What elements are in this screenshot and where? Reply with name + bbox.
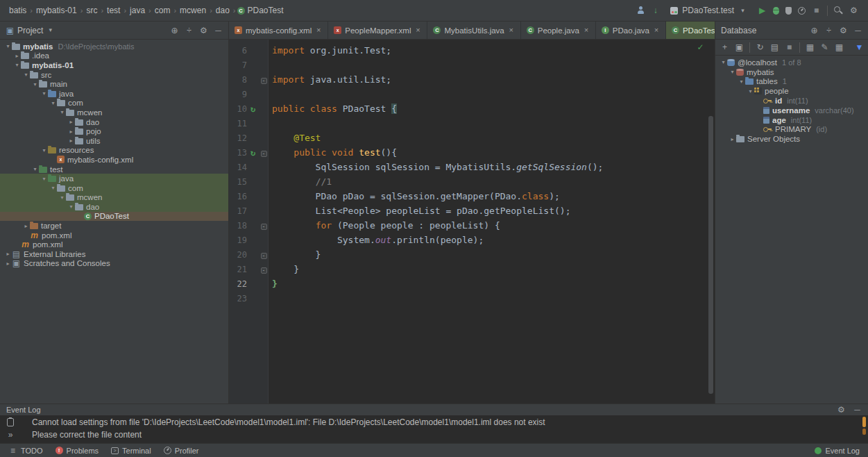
database-tree-item-people[interactable]: ▾people — [715, 86, 868, 96]
tab-mybatisutils.java[interactable]: CMybatisUtils.java× — [427, 22, 520, 39]
project-tree-item-com[interactable]: ▾com — [0, 99, 228, 108]
close-icon[interactable]: × — [583, 26, 590, 34]
code-line-23[interactable]: 23 — [229, 291, 715, 306]
project-tree-item-external-libraries[interactable]: ▸▤External Libraries — [0, 249, 228, 259]
breadcrumb-item-pdaotest[interactable]: PDaoTest — [246, 5, 286, 16]
expanded-arrow-icon[interactable]: ▾ — [49, 100, 57, 106]
error-stripe-marker[interactable] — [862, 417, 866, 427]
run-config-combo[interactable]: PDaoTest.test▾ — [666, 4, 751, 17]
run-test-icon[interactable]: ↻ — [248, 149, 257, 157]
project-tree-item-test[interactable]: ▾test — [0, 165, 228, 174]
expanded-arrow-icon[interactable]: ▾ — [40, 90, 48, 97]
tab-peoplemapper.xml[interactable]: xPeopleMapper.xml× — [328, 22, 427, 39]
collapsed-arrow-icon[interactable]: ▸ — [4, 251, 12, 257]
code-line-6[interactable]: 6import org.junit.Test; — [229, 43, 715, 58]
settings-icon[interactable]: ⚙ — [837, 406, 846, 414]
chevron-down-icon[interactable]: ▾ — [738, 8, 747, 14]
table-icon[interactable]: ▦ — [806, 43, 815, 51]
breadcrumb-item-java[interactable]: java — [128, 5, 147, 16]
stop-icon[interactable]: ■ — [785, 43, 794, 51]
vcs-user-icon[interactable] — [636, 6, 645, 15]
database-tree-item-@localhost[interactable]: ▾@localhost1 of 8 — [715, 58, 868, 67]
code-line-14[interactable]: 14 SqlSession sqlSession = MybatisUtils.… — [229, 160, 715, 174]
collapsed-arrow-icon[interactable]: ▸ — [22, 223, 30, 229]
breadcrumb-item-test[interactable]: test — [105, 5, 122, 16]
expanded-arrow-icon[interactable]: ▾ — [67, 203, 75, 210]
database-tree-item-server-objects[interactable]: ▸Server Objects — [715, 134, 868, 144]
statusbar-problems[interactable]: !Problems — [56, 447, 99, 455]
breadcrumb-item-src[interactable]: src — [84, 5, 99, 16]
tab-people.java[interactable]: CPeople.java× — [521, 22, 596, 39]
fold-icon[interactable]: - — [261, 78, 267, 84]
expanded-arrow-icon[interactable]: ▾ — [747, 88, 754, 94]
code-line-21[interactable]: 21- } — [229, 262, 715, 276]
fold-icon[interactable]: - — [261, 224, 267, 230]
code-line-17[interactable]: 17 List<People> peopleList = pDao.getPeo… — [229, 203, 715, 218]
settings-icon[interactable]: ⚙ — [199, 26, 208, 35]
collapsed-arrow-icon[interactable]: ▸ — [67, 138, 75, 144]
expanded-arrow-icon[interactable]: ▾ — [4, 43, 12, 49]
code-line-7[interactable]: 7 — [229, 58, 715, 72]
expanded-arrow-icon[interactable]: ▾ — [720, 59, 727, 65]
project-tree-item-com[interactable]: ▾com — [0, 183, 228, 193]
event-log-header[interactable]: Event Log ⚙─ — [0, 404, 868, 415]
collapsed-arrow-icon[interactable]: ▸ — [67, 119, 75, 125]
project-tree-item-mcwen[interactable]: ▾mcwen — [0, 108, 228, 117]
breadcrumb-item-mybatis-01[interactable]: mybatis-01 — [34, 5, 79, 16]
expanded-arrow-icon[interactable]: ▾ — [729, 69, 736, 75]
breadcrumb-item-mcwen[interactable]: mcwen — [178, 5, 208, 16]
code-line-9[interactable]: 9 — [229, 87, 715, 101]
code-line-10[interactable]: 10↻public class PDaoTest { — [229, 101, 715, 116]
project-tree-item-utils[interactable]: ▸utils — [0, 136, 228, 146]
expanded-arrow-icon[interactable]: ▾ — [40, 147, 48, 153]
settings-icon[interactable]: ⚙ — [849, 6, 858, 15]
filter-icon[interactable]: ▼ — [855, 43, 864, 51]
project-tree-item-src[interactable]: ▾src — [0, 70, 228, 80]
project-tree-item-mybatis[interactable]: ▾mybatisD:\IdeProjects\mybatis — [0, 42, 228, 51]
fold-icon[interactable]: - — [261, 253, 267, 259]
code-line-11[interactable]: 11 — [229, 116, 715, 131]
settings-icon[interactable]: ⚙ — [839, 26, 848, 35]
statusbar-todo[interactable]: ≡TODO — [8, 447, 43, 455]
expanded-arrow-icon[interactable]: ▾ — [738, 78, 745, 85]
project-tree-item-pom.xml[interactable]: mpom.xml — [0, 231, 228, 240]
collapsed-arrow-icon[interactable]: ▸ — [13, 53, 21, 59]
project-tree-item-mybatis-config.xml[interactable]: xmybatis-config.xml — [0, 155, 228, 165]
project-tree-item-.idea[interactable]: ▸.idea — [0, 51, 228, 61]
close-icon[interactable]: × — [414, 26, 421, 34]
expanded-arrow-icon[interactable]: ▾ — [31, 166, 39, 172]
project-tree-item-pdaotest[interactable]: CPDaoTest — [0, 212, 228, 222]
project-tree-item-target[interactable]: ▸target — [0, 221, 228, 231]
project-tree-item-resources[interactable]: ▾resources — [0, 146, 228, 156]
locate-icon[interactable]: ⊕ — [170, 26, 179, 35]
code-line-19[interactable]: 19 System.out.println(people); — [229, 233, 715, 247]
tab-mybatis-config.xml[interactable]: xmybatis-config.xml× — [229, 22, 328, 39]
collapse-all-icon[interactable]: ÷ — [185, 26, 194, 35]
fold-icon[interactable]: - — [261, 267, 267, 274]
project-tree-item-mybatis-01[interactable]: ▾mybatis-01 — [0, 60, 228, 70]
expanded-arrow-icon[interactable]: ▾ — [40, 176, 48, 182]
code-line-22[interactable]: 22} — [229, 276, 715, 291]
edit-icon[interactable]: ✎ — [820, 43, 829, 51]
database-tree-item-id[interactable]: idint(11) — [715, 96, 868, 106]
breadcrumb-item-dao[interactable]: dao — [214, 5, 232, 16]
database-tree-item-tables[interactable]: ▾tables1 — [715, 77, 868, 87]
expanded-arrow-icon[interactable]: ▾ — [22, 72, 30, 78]
collapsed-arrow-icon[interactable]: ▸ — [67, 128, 75, 135]
database-tree-item-mybatis[interactable]: ▾mybatis — [715, 67, 868, 77]
breadcrumb-item-batis[interactable]: batis — [7, 5, 28, 16]
collapsed-arrow-icon[interactable]: ▸ — [4, 260, 12, 267]
run-test-icon[interactable]: ↻ — [248, 105, 257, 113]
hide-icon[interactable]: ─ — [853, 26, 862, 35]
project-tree-item-dao[interactable]: ▾dao — [0, 202, 228, 212]
code-line-8[interactable]: 8-import java.util.List; — [229, 72, 715, 87]
project-tree-item-pojo[interactable]: ▸pojo — [0, 126, 228, 136]
tab-pdao.java[interactable]: IPDao.java× — [596, 22, 666, 39]
project-tree-item-scratches-and-consoles[interactable]: ▸▣Scratches and Consoles — [0, 259, 228, 269]
code-area[interactable]: 6import org.junit.Test;7 8-import java.u… — [229, 40, 715, 306]
run-icon[interactable]: ▶ — [758, 6, 767, 15]
code-line-16[interactable]: 16 PDao pDao = sqlSession.getMapper(PDao… — [229, 189, 715, 203]
collapse-all-icon[interactable]: ÷ — [824, 26, 833, 35]
project-tree-item-pom.xml[interactable]: mpom.xml — [0, 240, 228, 249]
profiler-icon[interactable] — [798, 7, 806, 15]
